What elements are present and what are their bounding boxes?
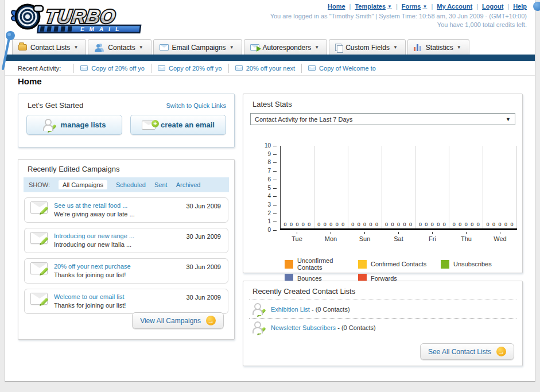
campaign-subtitle: We're giving away our late ...	[54, 211, 135, 218]
chart-value-label: 0	[308, 222, 310, 227]
recent-activity-item[interactable]: Copy of Welcome to	[301, 64, 382, 73]
header-link-logout[interactable]: Logout	[482, 3, 503, 10]
recent-activity-bar: Recent Activity: Copy of 20% off yo Copy…	[5, 61, 535, 76]
header-link-forms[interactable]: Forms▼	[402, 3, 428, 10]
campaigns-title: Recently Edited Campaigns	[18, 160, 234, 177]
campaign-link[interactable]: Introducing our new range ...	[54, 232, 134, 239]
create-email-button[interactable]: + create an email	[130, 115, 226, 135]
recent-activity-item[interactable]: 20% off your next	[228, 64, 301, 73]
campaigns-filter-bar: SHOW: All Campaigns Scheduled Sent Archi…	[24, 177, 229, 192]
campaign-row[interactable]: Welcome to our email list Thanks for joi…	[24, 289, 228, 314]
chart-day-column: 00000	[483, 146, 517, 228]
campaign-link[interactable]: See us at the retail food ...	[54, 202, 127, 209]
get-started-title: Let's Get Started	[28, 101, 83, 110]
contact-list-row[interactable]: Exhibition List - (0 Contacts)	[243, 300, 522, 318]
tab-contact-lists[interactable]: Contact Lists▼	[12, 39, 86, 55]
chart-value-label: 0	[487, 222, 490, 227]
chart-value-label: 0	[302, 222, 305, 227]
y-axis-tick-label: 1	[244, 218, 271, 224]
login-line: You are logged in as "Timothy Smith" | S…	[270, 12, 527, 21]
header-link-my-account[interactable]: My Account	[437, 3, 472, 10]
y-axis-tick-mark	[273, 214, 277, 214]
contact-lists-title: Recently Created Contact Lists	[243, 281, 522, 300]
y-axis-tick-label: 5	[244, 185, 271, 191]
chart-value-label: 0	[358, 222, 360, 227]
campaign-link[interactable]: 20% off your next purchase	[54, 263, 131, 270]
y-axis-tick-label: 2	[244, 210, 271, 216]
credits-line: You have 1,000 total credits left.	[270, 21, 527, 29]
contact-lists-panel: Recently Created Contact Lists Exhibitio…	[243, 281, 523, 366]
y-axis-tick-label: 0	[244, 227, 271, 233]
chart-day-column: 00000	[382, 146, 416, 228]
legend-swatch	[285, 260, 293, 269]
header-link-home[interactable]: Home	[328, 3, 345, 10]
chart-value-label: 0	[510, 222, 513, 227]
chart-value-label: 0	[290, 222, 293, 227]
logo-wordmark: TURBO	[44, 6, 117, 27]
recent-activity-item[interactable]: Copy of 20% off yo	[151, 64, 228, 73]
chart-value-label: 0	[409, 222, 412, 227]
list-edit-icon	[252, 303, 265, 316]
header-link-templates[interactable]: Templates▼	[355, 3, 392, 10]
tab-autoresponders[interactable]: Autoresponders▼	[244, 39, 328, 55]
legend-item: Unconfirmed Contacts	[285, 257, 358, 271]
chart-value-label: 0	[437, 222, 440, 227]
contact-list-link[interactable]: Exhibition List	[271, 306, 310, 313]
tab-statistics[interactable]: Statistics▼	[407, 39, 469, 55]
header-link-help[interactable]: Help	[513, 3, 527, 10]
campaign-link[interactable]: Welcome to our email list	[54, 293, 125, 300]
edited-email-icon	[30, 201, 48, 214]
main-window: TURBO EMAIL Home Templates▼ Forms▼ My Ac…	[5, 0, 535, 382]
y-axis-tick-mark	[273, 188, 277, 189]
campaign-row[interactable]: Introducing our new range ... Introducin…	[24, 228, 228, 253]
y-axis-tick-label: 9	[244, 151, 271, 157]
y-axis-tick-mark	[273, 180, 277, 180]
chart-value-label: 0	[419, 222, 422, 227]
chart-value-label: 0	[397, 222, 400, 227]
view-all-campaigns-button[interactable]: View All Campaigns →	[132, 312, 224, 329]
chart-value-label: 0	[453, 222, 456, 227]
turbo-email-logo: TURBO EMAIL	[9, 1, 159, 38]
show-label: SHOW:	[29, 181, 50, 188]
filter-all-campaigns[interactable]: All Campaigns	[59, 180, 107, 189]
chevron-down-icon: ▼	[422, 4, 427, 9]
manage-lists-button[interactable]: manage lists	[26, 115, 122, 135]
campaign-row[interactable]: See us at the retail food ... We're givi…	[24, 197, 228, 223]
legend-label: Confirmed Contacts	[371, 261, 426, 267]
switch-quick-links[interactable]: Switch to Quick Links	[166, 102, 226, 109]
contact-list-link[interactable]: Newsletter Subscribers	[271, 324, 336, 331]
filter-scheduled[interactable]: Scheduled	[116, 181, 146, 188]
y-axis-tick-mark	[273, 222, 277, 222]
y-axis-tick-mark	[273, 230, 277, 231]
recent-activity-item[interactable]: Copy of 20% off yo	[73, 64, 151, 73]
arrow-right-icon: →	[206, 316, 216, 325]
campaign-row[interactable]: 20% off your next purchase Thanks for jo…	[24, 258, 228, 284]
chart-value-label: 0	[296, 222, 298, 227]
tab-custom-fields[interactable]: Custom Fields▼	[329, 39, 406, 55]
chart-value-label: 0	[465, 222, 468, 227]
recent-activity-label: Recent Activity:	[18, 65, 61, 72]
chart-value-label: 0	[336, 222, 339, 227]
filter-sent[interactable]: Sent	[154, 181, 168, 188]
list-edit-icon	[252, 321, 265, 334]
help-balloon-icon[interactable]	[533, 2, 540, 11]
contact-activity-chart: 012345678910 000000000000000000000000000…	[244, 146, 519, 214]
chart-day-column: 00000	[415, 146, 449, 228]
filter-archived[interactable]: Archived	[176, 181, 201, 188]
chart-value-label: 0	[431, 222, 434, 227]
x-axis-tick-label: Thu	[449, 232, 483, 242]
tab-email-campaigns[interactable]: Email Campaigns▼	[153, 39, 242, 55]
y-axis-tick-label: 6	[244, 176, 271, 183]
contact-list-row[interactable]: Newsletter Subscribers - (0 Contacts)	[243, 319, 522, 336]
latest-stats-panel: Latest Stats Contact Activity for the La…	[243, 94, 523, 273]
latest-stats-title: Latest Stats	[243, 94, 522, 113]
tab-contacts[interactable]: Contacts▼	[88, 39, 151, 55]
stats-period-dropdown[interactable]: Contact Activity for the Last 7 Days ▼	[250, 113, 515, 125]
chart-value-label: 0	[317, 222, 320, 227]
see-all-contact-lists-button[interactable]: See All Contact Lists →	[420, 343, 514, 360]
edited-email-icon	[30, 262, 48, 274]
contact-list-count: - (0 Contacts)	[312, 306, 350, 313]
campaign-date: 30 Jun 2009	[186, 294, 221, 301]
x-axis-tick-label: Tue	[280, 232, 314, 242]
login-info: You are logged in as "Timothy Smith" | S…	[270, 12, 527, 29]
